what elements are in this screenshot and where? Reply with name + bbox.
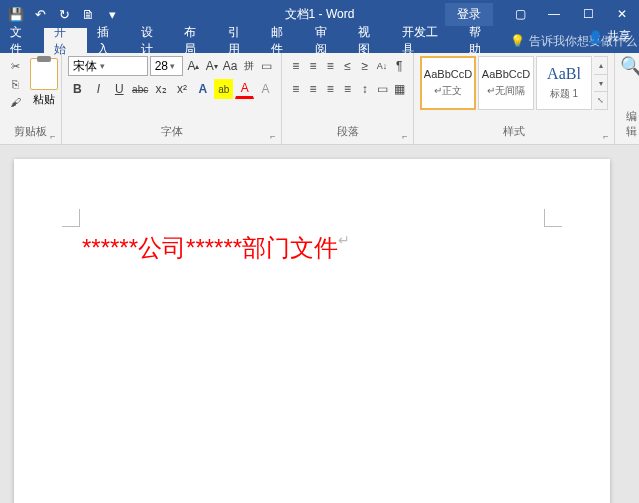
subscript-button[interactable]: x₂: [152, 79, 171, 99]
font-color-button[interactable]: A: [235, 79, 254, 99]
chevron-down-icon[interactable]: ▾: [168, 61, 178, 71]
highlight-button[interactable]: ab: [214, 79, 233, 99]
document-content: ******公司******部门文件: [82, 234, 338, 261]
undo-button[interactable]: ↶: [30, 4, 50, 24]
style-preview: AaBl: [547, 65, 581, 83]
paste-icon: [30, 58, 58, 90]
style-name: ↵正文: [434, 84, 462, 98]
tab-developer[interactable]: 开发工具: [392, 28, 459, 53]
justify-button[interactable]: ≡: [340, 79, 355, 99]
change-case-button[interactable]: Aa: [222, 56, 239, 76]
increase-indent-button[interactable]: ≥: [357, 56, 372, 76]
clear-formatting-button[interactable]: A: [256, 79, 275, 99]
group-editing-label: 编辑: [621, 107, 639, 141]
style-no-spacing[interactable]: AaBbCcD ↵无间隔: [478, 56, 534, 110]
bullets-button[interactable]: ≡: [288, 56, 303, 76]
style-preview: AaBbCcD: [482, 68, 530, 80]
multilevel-list-button[interactable]: ≡: [323, 56, 338, 76]
document-text[interactable]: ******公司******部门文件↵: [82, 231, 542, 266]
font-size-combo[interactable]: 28▾: [150, 56, 184, 76]
gallery-more-button[interactable]: ⤡: [594, 92, 607, 109]
style-heading1[interactable]: AaBl 标题 1: [536, 56, 592, 110]
style-gallery-scroll: ▴ ▾ ⤡: [594, 56, 608, 110]
close-button[interactable]: ✕: [605, 0, 639, 28]
ribbon: ✂ ⎘ 🖌 粘贴 剪贴板 ⌐ 宋体▾ 28▾ A▴ A▾ Aa 拼 ▭: [0, 53, 639, 145]
cut-button[interactable]: ✂: [6, 58, 24, 74]
align-right-button[interactable]: ≡: [323, 79, 338, 99]
decrease-indent-button[interactable]: ≤: [340, 56, 355, 76]
paragraph-launcher[interactable]: ⌐: [399, 130, 411, 142]
clipboard-launcher[interactable]: ⌐: [47, 130, 59, 142]
copy-button[interactable]: ⎘: [6, 76, 24, 92]
format-painter-button[interactable]: 🖌: [6, 94, 24, 110]
align-left-button[interactable]: ≡: [288, 79, 303, 99]
document-area[interactable]: ******公司******部门文件↵: [0, 145, 639, 503]
shrink-font-button[interactable]: A▾: [204, 56, 220, 76]
margin-mark-top-right: [544, 209, 562, 227]
save-button[interactable]: 💾: [6, 4, 26, 24]
group-font-label: 字体: [68, 122, 275, 141]
sort-button[interactable]: A↓: [374, 56, 389, 76]
tab-references[interactable]: 引用: [218, 28, 262, 53]
document-title: 文档1 - Word: [285, 6, 355, 23]
shading-button[interactable]: ▭: [374, 79, 389, 99]
share-button[interactable]: 👤 共享: [588, 28, 631, 45]
tab-design[interactable]: 设计: [131, 28, 175, 53]
paragraph-mark-icon: ↵: [338, 232, 350, 248]
gallery-up-button[interactable]: ▴: [594, 57, 607, 75]
tab-view[interactable]: 视图: [348, 28, 392, 53]
tab-help[interactable]: 帮助: [459, 28, 503, 53]
paste-label: 粘贴: [33, 92, 55, 107]
font-name-combo[interactable]: 宋体▾: [68, 56, 148, 76]
font-launcher[interactable]: ⌐: [267, 130, 279, 142]
quick-access-toolbar: 💾 ↶ ↻ 🗎 ▾: [0, 4, 122, 24]
chevron-down-icon[interactable]: ▾: [97, 61, 107, 71]
group-paragraph: ≡ ≡ ≡ ≤ ≥ A↓ ¶ ≡ ≡ ≡ ≡ ↕ ▭ ▦ 段落 ⌐: [282, 53, 414, 144]
phonetic-guide-button[interactable]: 拼: [241, 56, 257, 76]
grow-font-button[interactable]: A▴: [185, 56, 201, 76]
redo-button[interactable]: ↻: [54, 4, 74, 24]
style-preview: AaBbCcD: [424, 68, 472, 80]
group-editing: 🔍 编辑: [615, 53, 639, 144]
tab-home[interactable]: 开始: [44, 28, 88, 53]
tab-mailings[interactable]: 邮件: [261, 28, 305, 53]
group-styles-label: 样式: [420, 122, 608, 141]
qat-customize-button[interactable]: ▾: [102, 4, 122, 24]
group-clipboard: ✂ ⎘ 🖌 粘贴 剪贴板 ⌐: [0, 53, 62, 144]
style-gallery: AaBbCcD ↵正文 AaBbCcD ↵无间隔 AaBl 标题 1 ▴ ▾ ⤡: [420, 56, 608, 110]
tab-layout[interactable]: 布局: [174, 28, 218, 53]
italic-button[interactable]: I: [89, 79, 108, 99]
share-label: 共享: [607, 28, 631, 45]
page[interactable]: ******公司******部门文件↵: [14, 159, 610, 503]
borders-button[interactable]: ▦: [392, 79, 407, 99]
tab-file[interactable]: 文件: [0, 28, 44, 53]
minimize-button[interactable]: —: [537, 0, 571, 28]
numbering-button[interactable]: ≡: [305, 56, 320, 76]
new-doc-button[interactable]: 🗎: [78, 4, 98, 24]
tab-review[interactable]: 审阅: [305, 28, 349, 53]
find-button[interactable]: 🔍: [621, 56, 639, 76]
style-name: 标题 1: [550, 87, 578, 101]
gallery-down-button[interactable]: ▾: [594, 75, 607, 93]
bold-button[interactable]: B: [68, 79, 87, 99]
text-effects-button[interactable]: A: [193, 79, 212, 99]
maximize-button[interactable]: ☐: [571, 0, 605, 28]
login-button[interactable]: 登录: [445, 3, 493, 26]
style-name: ↵无间隔: [487, 84, 525, 98]
margin-mark-top-left: [62, 209, 80, 227]
line-spacing-button[interactable]: ↕: [357, 79, 372, 99]
character-border-button[interactable]: ▭: [259, 56, 275, 76]
superscript-button[interactable]: x²: [173, 79, 192, 99]
show-marks-button[interactable]: ¶: [392, 56, 407, 76]
styles-launcher[interactable]: ⌐: [600, 130, 612, 142]
ribbon-display-options-button[interactable]: ▢: [503, 0, 537, 28]
paste-button[interactable]: 粘贴: [28, 56, 60, 112]
lightbulb-icon: 💡: [510, 34, 525, 48]
style-normal[interactable]: AaBbCcD ↵正文: [420, 56, 476, 110]
underline-button[interactable]: U: [110, 79, 129, 99]
group-paragraph-label: 段落: [288, 122, 407, 141]
align-center-button[interactable]: ≡: [305, 79, 320, 99]
strikethrough-button[interactable]: abc: [131, 79, 150, 99]
group-font: 宋体▾ 28▾ A▴ A▾ Aa 拼 ▭ B I U abc x₂ x² A a…: [62, 53, 282, 144]
tab-insert[interactable]: 插入: [87, 28, 131, 53]
